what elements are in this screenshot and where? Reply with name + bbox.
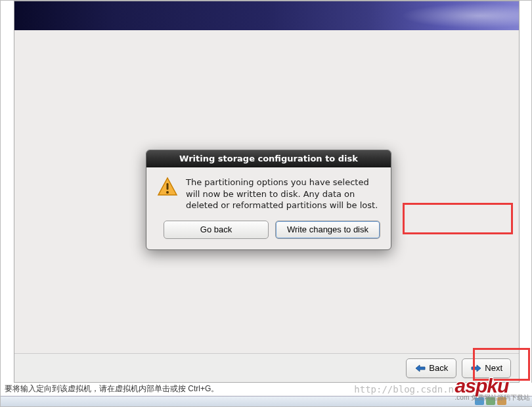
vm-hint-text: 要将输入定向到该虚拟机，请在虚拟机内部单击或按 Ctrl+G。 [5, 383, 219, 395]
installer-body: Writing storage configuration to disk Th… [14, 30, 519, 353]
next-label: Next [485, 363, 502, 373]
back-button[interactable]: Back [406, 358, 456, 378]
dialog-title-text: Writing storage configuration to disk [179, 154, 358, 163]
host-taskbar [1, 396, 532, 406]
installer-footer: Back Next [14, 353, 519, 382]
svg-rect-1 [167, 183, 169, 190]
go-back-label: Go back [200, 225, 232, 234]
back-label: Back [429, 363, 448, 373]
watermark-brand: aspku .com 免费网站源码下载站 [455, 376, 530, 401]
warning-icon [157, 177, 178, 198]
svg-point-2 [166, 191, 169, 194]
dialog-title: Writing storage configuration to disk [146, 150, 391, 167]
watermark-url: http://blog.csdn.n [354, 384, 454, 395]
window-frame: Writing storage configuration to disk Th… [0, 0, 532, 407]
svg-marker-4 [472, 365, 481, 372]
dialog-buttons: Go back Write changes to disk [146, 215, 391, 249]
confirm-dialog: Writing storage configuration to disk Th… [146, 150, 391, 250]
dialog-body: The partitioning options you have select… [146, 167, 391, 215]
svg-marker-3 [416, 365, 425, 372]
write-changes-button[interactable]: Write changes to disk [275, 221, 380, 239]
go-back-button[interactable]: Go back [164, 221, 269, 239]
dialog-message: The partitioning options you have select… [186, 177, 380, 211]
header-banner [14, 1, 519, 30]
installer-window: Writing storage configuration to disk Th… [14, 1, 520, 383]
arrow-left-icon [414, 364, 426, 373]
write-changes-label: Write changes to disk [287, 225, 368, 234]
brand-sub: .com 免费网站源码下载站 [455, 395, 530, 401]
arrow-right-icon [470, 364, 482, 373]
vm-statusbar: 要将输入定向到该虚拟机，请在虚拟机内部单击或按 Ctrl+G。 http://b… [1, 383, 532, 406]
